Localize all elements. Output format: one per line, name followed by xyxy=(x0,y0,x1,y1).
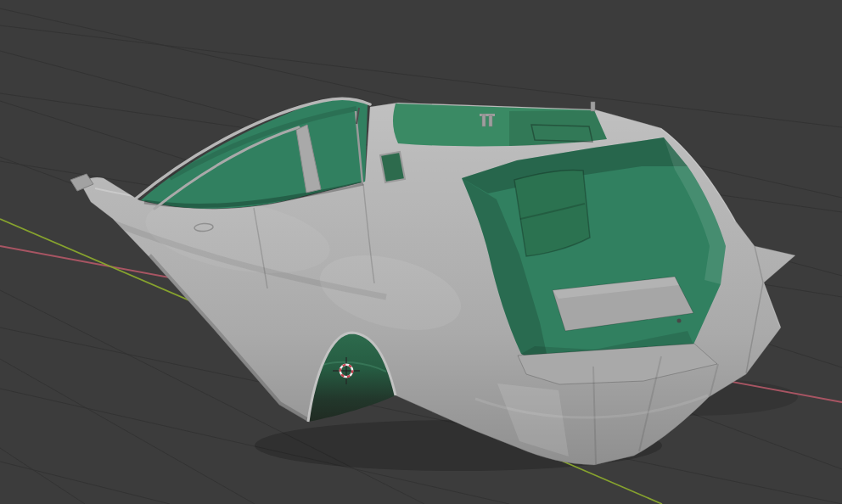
viewport-canvas[interactable] xyxy=(0,0,842,504)
3d-viewport[interactable] xyxy=(0,0,842,504)
seat-back xyxy=(514,170,590,256)
roof-hinge xyxy=(482,115,486,126)
quarter-window-opening xyxy=(380,152,405,182)
floor-bolt xyxy=(677,319,682,323)
roof-hinge xyxy=(489,115,492,126)
roof-hinge-bar xyxy=(480,114,495,116)
roof-nub xyxy=(591,102,595,111)
